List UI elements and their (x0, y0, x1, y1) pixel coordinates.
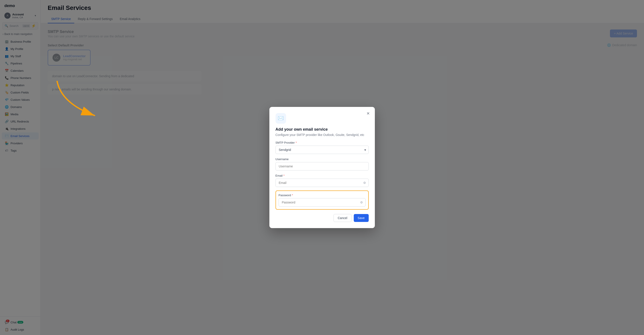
password-form-group: Password * ⚙ (278, 194, 366, 207)
add-email-service-modal: ✕ ✉️ Add your own email service Configur… (270, 107, 375, 228)
cancel-button[interactable]: Cancel (334, 214, 352, 222)
modal-overlay[interactable]: ✕ ✉️ Add your own email service Configur… (0, 0, 644, 335)
smtp-provider-select-wrapper: Sendgrid Mailgun SMTP Gmail Outlook (276, 146, 369, 154)
email-field-icon: ⚙ (363, 181, 366, 185)
email-input[interactable] (276, 179, 369, 187)
username-input[interactable] (276, 162, 369, 170)
password-required-marker: * (292, 194, 293, 197)
arrow-annotation (44, 77, 123, 125)
username-label: Username (276, 157, 369, 161)
save-button[interactable]: Save (354, 214, 369, 222)
modal-icon: ✉️ (276, 113, 286, 124)
email-label: Email * (276, 174, 369, 177)
smtp-provider-group: SMTP Provider * Sendgrid Mailgun SMTP Gm… (276, 141, 369, 154)
modal-close-button[interactable]: ✕ (365, 110, 371, 117)
password-input[interactable] (278, 198, 366, 207)
password-input-wrapper: ⚙ (278, 198, 366, 207)
modal-title: Add your own email service (276, 127, 369, 132)
password-field-icon: ⚙ (360, 201, 363, 204)
email-icon: ✉️ (278, 116, 284, 121)
email-input-wrapper: ⚙ (276, 179, 369, 187)
modal-actions: Cancel Save (276, 214, 369, 222)
modal-subtitle: Configure your SMTP provider like Outloo… (276, 133, 369, 137)
email-group: Email * ⚙ (276, 174, 369, 187)
email-required-marker: * (284, 174, 284, 177)
username-group: Username (276, 157, 369, 170)
smtp-provider-select[interactable]: Sendgrid Mailgun SMTP Gmail Outlook (276, 146, 369, 154)
required-marker: * (296, 141, 296, 144)
smtp-provider-label: SMTP Provider * (276, 141, 369, 144)
password-highlighted-group: Password * ⚙ (276, 190, 369, 210)
password-label: Password * (278, 194, 366, 197)
username-input-wrapper (276, 162, 369, 170)
